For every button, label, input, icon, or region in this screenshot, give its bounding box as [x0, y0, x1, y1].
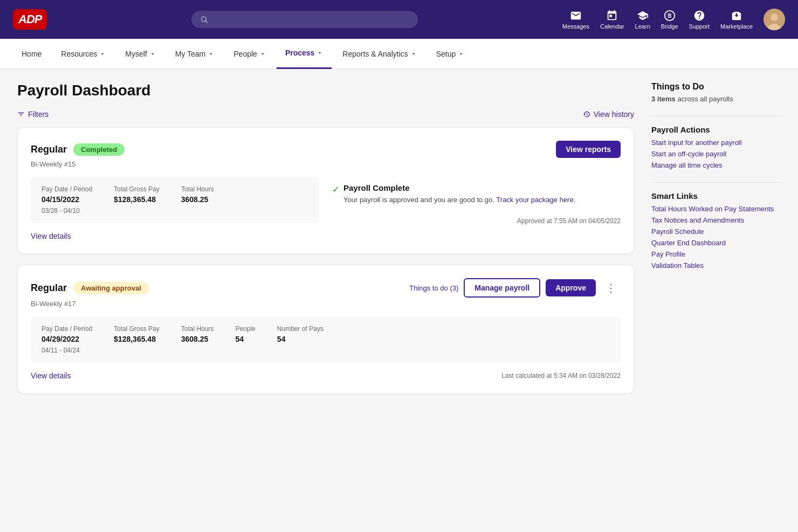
nav-people[interactable]: People: [225, 39, 274, 69]
sidebar-link-manage-time[interactable]: Manage all time cycles: [651, 161, 781, 169]
support-label: Support: [689, 23, 710, 30]
card2-pays-cell: Number of Pays 54: [277, 325, 324, 354]
nav-resources[interactable]: Resources: [52, 39, 114, 69]
calendar-nav-item[interactable]: Calendar: [600, 10, 624, 30]
card1-pay-date-label: Pay Date / Period: [42, 185, 92, 193]
marketplace-nav-item[interactable]: Marketplace: [720, 10, 753, 30]
chevron-down-icon: [259, 51, 266, 57]
sidebar-things-to-do-subtitle: 3 items across all payrolls: [651, 95, 781, 103]
things-to-do-link[interactable]: Things to do (3): [409, 284, 458, 292]
card2-footer: View details Last calculated at 5:34 AM …: [31, 371, 621, 380]
nav-process[interactable]: Process: [277, 39, 332, 69]
messages-icon: [570, 10, 582, 22]
card2-gross-pay-label: Total Gross Pay: [114, 325, 160, 333]
card1-subtitle: Bi-Weekly #15: [31, 160, 621, 168]
history-icon: [583, 110, 590, 118]
card2-actions: Things to do (3) Manage payroll Approve …: [409, 278, 621, 298]
card1-title: Regular: [31, 144, 67, 155]
filters-button[interactable]: Filters: [17, 110, 49, 119]
track-package-link[interactable]: Track your package here.: [496, 196, 575, 204]
main-content: Payroll Dashboard Filters View history R…: [17, 82, 634, 519]
view-history-button[interactable]: View history: [583, 110, 634, 119]
sidebar-link-quarter-end[interactable]: Quarter End Dashboard: [651, 239, 781, 247]
search-icon: [200, 15, 208, 24]
nav-reports[interactable]: Reports & Analytics: [334, 39, 425, 69]
messages-label: Messages: [562, 23, 589, 30]
nav-home[interactable]: Home: [13, 39, 50, 69]
search-input[interactable]: [212, 15, 409, 24]
card1-pay-date-cell: Pay Date / Period 04/15/2022 03/28 - 04/…: [42, 185, 92, 215]
learn-icon: [637, 10, 649, 22]
manage-payroll-button[interactable]: Manage payroll: [464, 278, 540, 298]
view-reports-button[interactable]: View reports: [556, 141, 621, 158]
sidebar-link-payroll-schedule[interactable]: Payroll Schedule: [651, 227, 781, 236]
payroll-card-regular-completed: Regular Completed View reports Bi-Weekly…: [17, 127, 634, 254]
filters-row: Filters View history: [17, 110, 634, 119]
sidebar-things-to-do: Things to Do 3 items across all payrolls: [651, 82, 781, 103]
sidebar-smart-links: Smart Links Total Hours Worked on Pay St…: [651, 191, 781, 270]
learn-label: Learn: [635, 23, 650, 30]
marketplace-icon: [731, 10, 742, 22]
card2-header: Regular Awaiting approval Things to do (…: [31, 278, 621, 298]
sidebar-link-start-input[interactable]: Start input for another payroll: [651, 139, 781, 147]
learn-nav-item[interactable]: Learn: [635, 10, 650, 30]
card2-pay-period: 04/11 - 04/24: [42, 347, 92, 354]
sidebar-link-tax-notices[interactable]: Tax Notices and Amendments: [651, 216, 781, 224]
sidebar-link-total-hours[interactable]: Total Hours Worked on Pay Statements: [651, 205, 781, 213]
chevron-down-icon: [458, 51, 464, 57]
sidebar-link-pay-profile[interactable]: Pay Profile: [651, 250, 781, 258]
sidebar: Things to Do 3 items across all payrolls…: [651, 82, 781, 519]
card2-view-details-link[interactable]: View details: [31, 371, 71, 380]
filter-icon: [17, 110, 25, 118]
user-avatar[interactable]: [763, 9, 785, 30]
chevron-down-icon: [99, 51, 106, 57]
card1-hours-cell: Total Hours 3608.25: [181, 185, 214, 215]
page-wrapper: Payroll Dashboard Filters View history R…: [0, 69, 798, 532]
calendar-label: Calendar: [600, 23, 624, 30]
sidebar-link-validation-tables[interactable]: Validation Tables: [651, 261, 781, 270]
nav-myteam[interactable]: My Team: [167, 39, 223, 69]
card2-last-calculated-text: Last calculated at 5:34 AM on 03/28/2022: [501, 372, 621, 379]
chevron-down-icon: [208, 51, 214, 57]
chevron-down-icon: [317, 50, 323, 56]
top-navigation: ADP Messages Calendar Learn B Bridge: [0, 0, 798, 39]
card1-hours: 3608.25: [181, 195, 214, 204]
card1-header: Regular Completed View reports: [31, 141, 621, 158]
bridge-icon: B: [664, 10, 676, 22]
card2-title: Regular: [31, 282, 67, 294]
messages-nav-item[interactable]: Messages: [562, 10, 589, 30]
payroll-card-regular-awaiting: Regular Awaiting approval Things to do (…: [17, 265, 634, 393]
main-navigation: Home Resources Myself My Team People Pro…: [0, 39, 798, 69]
marketplace-label: Marketplace: [720, 23, 753, 30]
card2-pay-date-label: Pay Date / Period: [42, 325, 92, 333]
bridge-nav-item[interactable]: B Bridge: [661, 10, 678, 30]
card1-view-details-link[interactable]: View details: [31, 232, 71, 240]
payroll-complete-status: ✓ Payroll Complete Your payroll is appro…: [332, 177, 621, 212]
nav-myself[interactable]: Myself: [116, 39, 164, 69]
sidebar-payroll-actions: Payroll Actions Start input for another …: [651, 125, 781, 169]
top-nav-actions: Messages Calendar Learn B Bridge Support…: [562, 9, 785, 30]
sidebar-things-to-do-title: Things to Do: [651, 82, 781, 92]
support-icon: [693, 10, 705, 22]
avatar-image: [763, 9, 785, 30]
page-title: Payroll Dashboard: [17, 82, 634, 99]
sidebar-smart-links-title: Smart Links: [651, 191, 781, 201]
search-bar[interactable]: [191, 11, 418, 28]
card2-header-left: Regular Awaiting approval: [31, 282, 149, 294]
card2-pay-date-cell: Pay Date / Period 04/29/2022 04/11 - 04/…: [42, 325, 92, 354]
card2-people-label: People: [235, 325, 255, 333]
nav-setup[interactable]: Setup: [428, 39, 473, 69]
sidebar-payroll-actions-title: Payroll Actions: [651, 125, 781, 134]
card1-gross-pay-cell: Total Gross Pay $128,365.48: [114, 185, 160, 215]
sidebar-link-start-offcycle[interactable]: Start an off-cycle payroll: [651, 150, 781, 158]
card2-hours-label: Total Hours: [181, 325, 214, 333]
approve-button[interactable]: Approve: [546, 279, 596, 296]
bridge-label: Bridge: [661, 23, 678, 30]
card2-pay-date: 04/29/2022: [42, 335, 92, 343]
support-nav-item[interactable]: Support: [689, 10, 710, 30]
card1-status-section: ✓ Payroll Complete Your payroll is appro…: [319, 177, 621, 240]
chevron-down-icon: [410, 51, 417, 57]
more-options-button[interactable]: ⋮: [601, 279, 621, 296]
adp-logo[interactable]: ADP: [13, 9, 47, 30]
card1-pay-period: 03/28 - 04/10: [42, 207, 92, 215]
